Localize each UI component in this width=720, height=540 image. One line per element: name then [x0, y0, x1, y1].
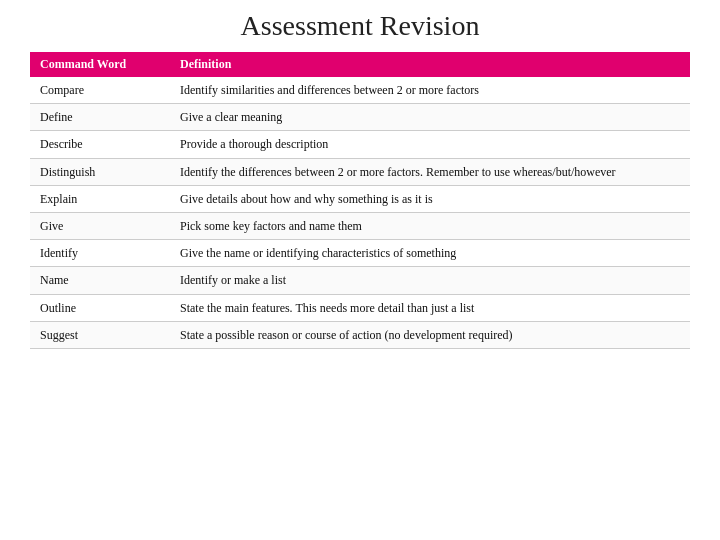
table-row: NameIdentify or make a list	[30, 267, 690, 294]
table-row: GivePick some key factors and name them	[30, 212, 690, 239]
definition-cell: State a possible reason or course of act…	[170, 321, 690, 348]
definition-cell: Identify or make a list	[170, 267, 690, 294]
table-row: CompareIdentify similarities and differe…	[30, 77, 690, 104]
command-word-cell: Compare	[30, 77, 170, 104]
command-word-cell: Give	[30, 212, 170, 239]
definition-cell: Give the name or identifying characteris…	[170, 240, 690, 267]
column-header-definition: Definition	[170, 52, 690, 77]
table-row: IdentifyGive the name or identifying cha…	[30, 240, 690, 267]
command-word-cell: Explain	[30, 185, 170, 212]
table-row: DistinguishIdentify the differences betw…	[30, 158, 690, 185]
page-title: Assessment Revision	[30, 10, 690, 42]
table-header-row: Command Word Definition	[30, 52, 690, 77]
table-row: DescribeProvide a thorough description	[30, 131, 690, 158]
page: Assessment Revision Command Word Definit…	[0, 0, 720, 540]
table-row: ExplainGive details about how and why so…	[30, 185, 690, 212]
command-word-cell: Describe	[30, 131, 170, 158]
table-row: DefineGive a clear meaning	[30, 104, 690, 131]
table-row: SuggestState a possible reason or course…	[30, 321, 690, 348]
definition-cell: Give details about how and why something…	[170, 185, 690, 212]
definition-cell: Provide a thorough description	[170, 131, 690, 158]
command-word-cell: Identify	[30, 240, 170, 267]
table-row: OutlineState the main features. This nee…	[30, 294, 690, 321]
command-word-cell: Outline	[30, 294, 170, 321]
command-word-cell: Define	[30, 104, 170, 131]
command-word-cell: Distinguish	[30, 158, 170, 185]
definition-cell: Give a clear meaning	[170, 104, 690, 131]
definition-cell: Identify the differences between 2 or mo…	[170, 158, 690, 185]
command-word-cell: Suggest	[30, 321, 170, 348]
definition-cell: Pick some key factors and name them	[170, 212, 690, 239]
definition-cell: Identify similarities and differences be…	[170, 77, 690, 104]
command-word-cell: Name	[30, 267, 170, 294]
assessment-table: Command Word Definition CompareIdentify …	[30, 52, 690, 349]
definition-cell: State the main features. This needs more…	[170, 294, 690, 321]
column-header-command: Command Word	[30, 52, 170, 77]
